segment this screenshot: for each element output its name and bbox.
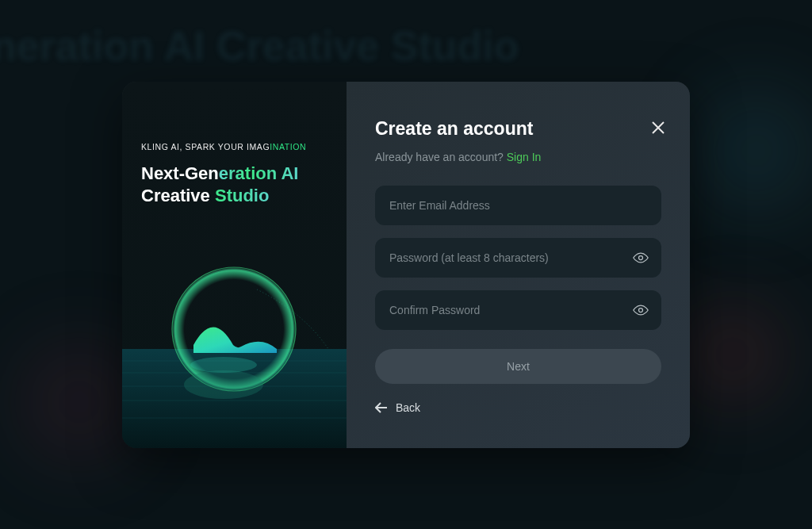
next-button[interactable]: Next [375, 349, 661, 384]
close-icon [651, 121, 665, 135]
email-field[interactable] [375, 186, 661, 225]
toggle-password-visibility[interactable] [633, 250, 649, 266]
tagline-text: SPARK YOUR IMAG [182, 142, 270, 151]
svg-point-10 [639, 255, 643, 259]
headline-line2-accent: Studio [215, 186, 269, 205]
back-label: Back [396, 401, 420, 414]
svg-point-8 [184, 370, 263, 399]
modal-hero-panel: KLING AI, SPARK YOUR IMAGINATION Next-Ge… [122, 82, 347, 448]
signup-form: Next Back [375, 186, 661, 416]
tagline-brand: KLING AI, [141, 142, 182, 151]
hero-art [122, 242, 347, 448]
headline-line2-plain: Creative [141, 186, 215, 205]
hero-headline: Next-Generation AI Creative Studio [141, 163, 327, 208]
signup-modal: KLING AI, SPARK YOUR IMAGINATION Next-Ge… [122, 82, 690, 448]
toggle-confirm-visibility[interactable] [633, 302, 649, 318]
tagline-accent: INATION [270, 142, 306, 151]
confirm-password-field[interactable] [375, 290, 661, 330]
confirm-password-field-wrap [375, 290, 661, 330]
back-button[interactable]: Back [375, 401, 420, 414]
password-field-wrap [375, 238, 661, 278]
svg-point-9 [190, 357, 257, 373]
subheading-text: Already have an account? [375, 151, 507, 163]
headline-line1-accent: eration AI [219, 163, 299, 183]
close-button[interactable] [649, 118, 668, 137]
modal-form-panel: Create an account Already have an accoun… [347, 82, 690, 448]
svg-point-11 [639, 308, 643, 312]
headline-line1-plain: Next-Gen [141, 163, 219, 183]
email-field-wrap [375, 186, 661, 225]
form-title: Create an account [375, 118, 661, 140]
eye-icon [633, 302, 649, 318]
eye-icon [633, 250, 649, 266]
subheading: Already have an account? Sign In [375, 151, 661, 163]
password-field[interactable] [375, 238, 661, 278]
hero-tagline: KLING AI, SPARK YOUR IMAGINATION [141, 142, 327, 151]
sign-in-link[interactable]: Sign In [507, 151, 542, 163]
arrow-left-icon [375, 402, 388, 413]
